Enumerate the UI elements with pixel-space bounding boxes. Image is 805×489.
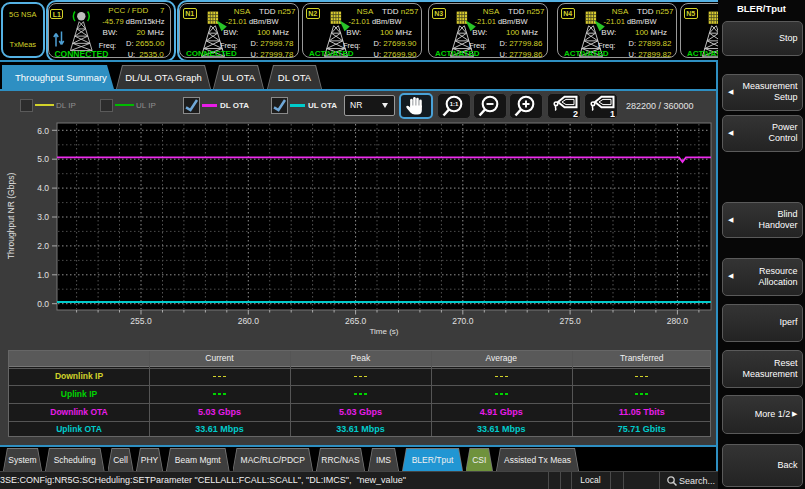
svg-text:1.0: 1.0 — [37, 270, 49, 280]
svg-text:Time (s): Time (s) — [369, 327, 398, 336]
svg-text:260.0: 260.0 — [238, 316, 260, 326]
svg-text:275.0: 275.0 — [559, 316, 581, 326]
svg-text:270.0: 270.0 — [452, 316, 474, 326]
svg-text:Throughput NR (Gbps): Throughput NR (Gbps) — [6, 173, 16, 260]
svg-text:4.0: 4.0 — [37, 183, 49, 193]
svg-text:280.0: 280.0 — [667, 316, 689, 326]
svg-text:3.0: 3.0 — [37, 212, 49, 222]
svg-text:0.0: 0.0 — [37, 299, 49, 309]
svg-text:2.0: 2.0 — [37, 241, 49, 251]
svg-text:265.0: 265.0 — [345, 316, 367, 326]
svg-text:255.0: 255.0 — [130, 316, 152, 326]
svg-text:5.0: 5.0 — [37, 154, 49, 164]
svg-text:6.0: 6.0 — [37, 126, 49, 136]
